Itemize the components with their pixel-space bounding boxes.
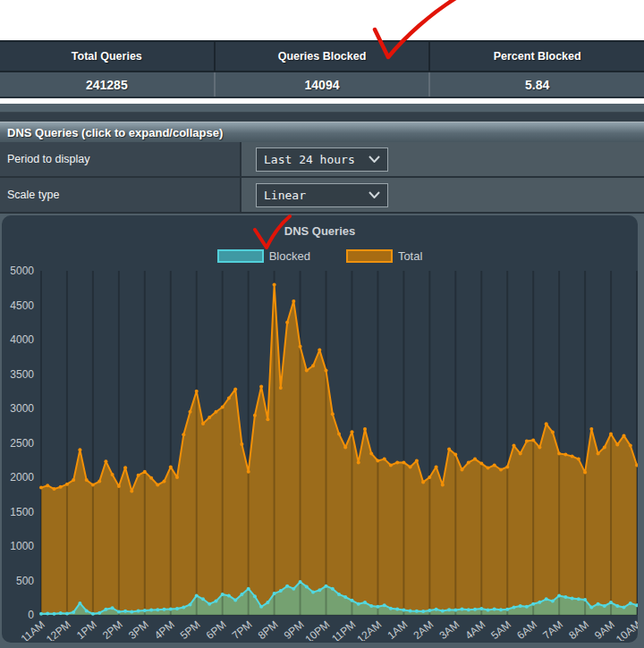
queries-blocked-value: 14094 — [216, 72, 431, 97]
scale-label: Scale type — [0, 178, 242, 212]
chart-title: DNS Queries — [2, 224, 638, 239]
legend-item-total[interactable]: Total — [346, 249, 422, 263]
period-select-value: Last 24 hours — [264, 153, 355, 166]
svg-text:2000: 2000 — [10, 471, 34, 484]
scale-select[interactable]: Linear — [256, 183, 388, 207]
svg-text:2PM: 2PM — [100, 619, 125, 641]
summary-table: Total Queries Queries Blocked Percent Bl… — [0, 40, 644, 98]
blocked-legend-swatch — [217, 249, 264, 263]
percent-blocked-header: Percent Blocked — [430, 42, 644, 71]
svg-text:1AM: 1AM — [385, 619, 410, 641]
chevron-down-icon — [369, 156, 380, 163]
svg-text:12PM: 12PM — [44, 619, 73, 641]
blocked-legend-label: Blocked — [269, 249, 310, 263]
total-legend-label: Total — [398, 249, 422, 263]
total-legend-swatch — [346, 249, 393, 263]
svg-text:8AM: 8AM — [566, 619, 591, 641]
svg-text:8PM: 8PM — [256, 619, 281, 641]
svg-text:1500: 1500 — [10, 506, 34, 518]
svg-text:3PM: 3PM — [126, 619, 151, 641]
period-label: Period to display — [0, 142, 242, 176]
svg-text:0: 0 — [28, 609, 34, 621]
svg-text:3500: 3500 — [10, 368, 34, 381]
legend-item-blocked[interactable]: Blocked — [217, 249, 310, 263]
scale-select-value: Linear — [264, 189, 306, 202]
summary-header-row: Total Queries Queries Blocked Percent Bl… — [0, 42, 644, 72]
period-control-cell: Last 24 hours — [242, 142, 644, 176]
svg-text:4000: 4000 — [10, 333, 34, 346]
chart-legend: Blocked Total — [2, 249, 638, 263]
svg-text:5000: 5000 — [10, 265, 34, 277]
svg-text:1000: 1000 — [10, 540, 34, 552]
svg-text:11AM: 11AM — [19, 619, 47, 641]
svg-text:1PM: 1PM — [74, 619, 99, 641]
svg-text:4500: 4500 — [10, 299, 34, 312]
chevron-down-icon — [369, 191, 380, 198]
svg-text:6AM: 6AM — [514, 619, 539, 641]
section-spacer-bar-dark — [0, 113, 644, 122]
svg-text:6PM: 6PM — [204, 619, 229, 641]
section-spacer-bar-light — [0, 104, 644, 113]
svg-text:12AM: 12AM — [354, 619, 384, 641]
svg-text:2AM: 2AM — [411, 619, 436, 641]
svg-text:10PM: 10PM — [302, 619, 332, 641]
svg-text:9AM: 9AM — [592, 619, 617, 641]
total-queries-header: Total Queries — [0, 42, 216, 71]
period-select[interactable]: Last 24 hours — [256, 147, 388, 172]
svg-text:2500: 2500 — [10, 437, 34, 450]
svg-text:5AM: 5AM — [488, 619, 513, 641]
svg-text:11PM: 11PM — [329, 619, 358, 641]
svg-text:5PM: 5PM — [178, 619, 203, 641]
svg-text:4AM: 4AM — [462, 619, 487, 641]
scale-control-cell: Linear — [242, 178, 644, 212]
svg-text:3AM: 3AM — [436, 619, 462, 641]
queries-blocked-header: Queries Blocked — [216, 42, 431, 71]
period-row: Period to display Last 24 hours — [0, 142, 644, 178]
dns-queries-chart[interactable]: 0500100015002000250030003500400045005000… — [2, 265, 638, 641]
svg-text:4PM: 4PM — [152, 619, 177, 641]
percent-blocked-value: 5.84 — [430, 72, 644, 97]
dns-queries-section-header[interactable]: DNS Queries (click to expand/collapse) — [0, 122, 644, 142]
svg-text:3000: 3000 — [10, 402, 34, 415]
svg-text:10AM: 10AM — [614, 619, 638, 641]
scale-row: Scale type Linear — [0, 178, 644, 214]
summary-value-row: 241285 14094 5.84 — [0, 72, 644, 97]
chart-panel: DNS Queries Blocked Total 05001000150020… — [2, 215, 638, 643]
svg-text:7PM: 7PM — [230, 619, 255, 641]
chart-section: DNS Queries Blocked Total 05001000150020… — [0, 214, 644, 648]
svg-text:7AM: 7AM — [540, 619, 565, 641]
total-queries-value: 241285 — [0, 72, 216, 97]
svg-text:500: 500 — [16, 575, 34, 587]
svg-text:9PM: 9PM — [282, 619, 307, 641]
